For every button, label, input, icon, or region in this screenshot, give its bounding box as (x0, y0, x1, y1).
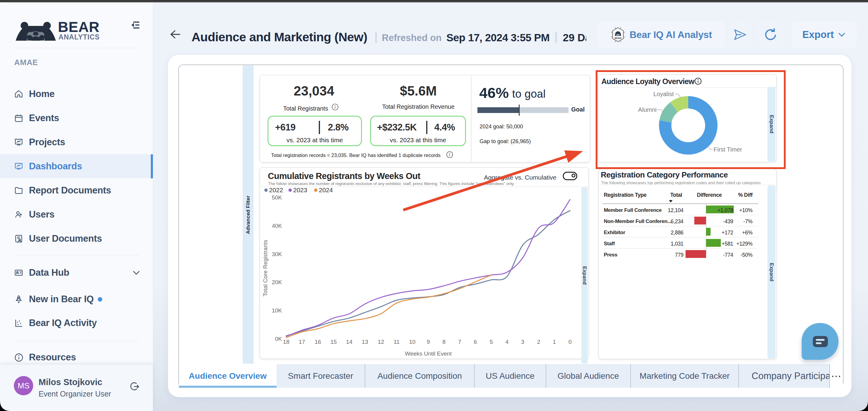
svg-text:Press: Press (604, 252, 617, 258)
svg-text:40K: 40K (272, 223, 282, 229)
svg-text:14: 14 (346, 339, 352, 345)
svg-text:2: 2 (537, 339, 540, 345)
svg-text:779: 779 (675, 252, 683, 258)
svg-text:-774: -774 (723, 252, 733, 258)
svg-text:12,104: 12,104 (668, 207, 683, 213)
svg-text:13: 13 (362, 339, 368, 345)
svg-text:8: 8 (442, 339, 446, 345)
svg-text:18: 18 (283, 339, 289, 345)
svg-text:2024: 2024 (319, 187, 333, 194)
svg-text:Staff: Staff (604, 241, 615, 246)
svg-text:Difference: Difference (697, 192, 722, 198)
svg-text:Exhibitor: Exhibitor (604, 230, 625, 235)
svg-text:-50%: -50% (740, 252, 752, 258)
svg-text:Non-Member Full Conferen...: Non-Member Full Conferen... (604, 218, 671, 224)
svg-text:9: 9 (427, 339, 430, 345)
svg-text:0K: 0K (275, 336, 282, 342)
svg-text:+581: +581 (722, 241, 733, 247)
svg-text:-439: -439 (723, 218, 733, 225)
svg-text:Weeks Until Event: Weeks Until Event (405, 350, 452, 357)
svg-text:Member Full Conference: Member Full Conference (604, 207, 662, 213)
svg-text:11: 11 (394, 339, 400, 345)
svg-text:1: 1 (553, 339, 556, 345)
svg-text:10K: 10K (272, 307, 282, 314)
svg-text:-7%: -7% (743, 218, 752, 225)
svg-text:2,886: 2,886 (671, 230, 683, 236)
svg-text:2022: 2022 (269, 187, 283, 194)
svg-text:3: 3 (521, 339, 525, 345)
svg-text:Total: Total (670, 192, 682, 198)
svg-text:+10%: +10% (739, 207, 752, 213)
svg-text:BEAR: BEAR (615, 37, 622, 39)
svg-text:17: 17 (299, 339, 305, 345)
svg-text:0: 0 (568, 339, 572, 345)
svg-text:+1,078: +1,078 (717, 207, 733, 213)
svg-text:6,234: 6,234 (671, 218, 684, 225)
svg-text:16: 16 (315, 339, 321, 345)
svg-text:4: 4 (505, 339, 509, 345)
svg-text:5: 5 (490, 339, 493, 345)
svg-text:+6%: +6% (742, 230, 752, 236)
svg-text:1,031: 1,031 (671, 241, 683, 247)
svg-text:50K: 50K (272, 194, 282, 201)
svg-text:2023: 2023 (293, 187, 307, 194)
svg-text:Total Core Registrants: Total Core Registrants (262, 240, 269, 297)
svg-text:20K: 20K (272, 279, 282, 285)
svg-text:15: 15 (330, 339, 337, 345)
svg-text:+172: +172 (722, 230, 733, 236)
svg-text:7: 7 (458, 339, 461, 345)
svg-text:10: 10 (409, 339, 415, 345)
svg-text:30K: 30K (272, 251, 282, 257)
svg-text:+129%: +129% (737, 241, 752, 247)
svg-text:Registration Type: Registration Type (604, 192, 647, 198)
svg-text:% Diff: % Diff (738, 192, 752, 198)
svg-text:6: 6 (474, 339, 477, 345)
svg-text:12: 12 (378, 339, 384, 345)
